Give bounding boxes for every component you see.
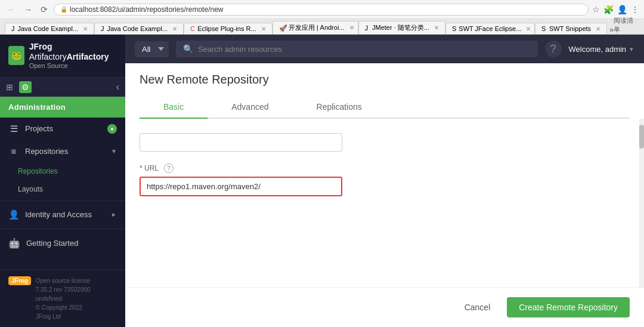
identity-icon: 👤: [8, 209, 19, 220]
tab-label-5: SWT JFace Eclipse...: [459, 25, 521, 32]
tab-bar: J Java Code Exampl... ✕ J Java Code Exam…: [0, 19, 644, 35]
url-label-text: * URL: [140, 164, 159, 172]
tab-navigation: Basic Advanced Replications: [140, 96, 630, 119]
identity-arrow: ►: [111, 211, 117, 218]
page-header: New Remote Repository Basic Advanced Rep…: [125, 63, 644, 119]
tab-label-4: JMeter · 随笔分类...: [372, 23, 429, 32]
tab-favicon-6: S: [541, 25, 547, 32]
tab-label-6: SWT Snippets: [549, 25, 591, 32]
projects-badge: ●: [107, 124, 117, 134]
admin-label: Administration: [8, 103, 66, 112]
tab-close-5[interactable]: ✕: [526, 26, 531, 32]
tabs-overflow[interactable]: »: [609, 25, 614, 34]
forward-button[interactable]: →: [21, 4, 35, 16]
tab-advanced[interactable]: Advanced: [208, 96, 292, 119]
browser-tab-5[interactable]: S SWT JFace Eclipse... ✕: [445, 23, 535, 34]
tab-basic[interactable]: Basic: [140, 96, 208, 119]
logo-title: JFrog ArtifactoryArtifactory: [29, 42, 117, 62]
search-icon: 🔍: [183, 44, 193, 54]
settings-icon[interactable]: ⚙: [19, 81, 32, 93]
logo-text-block: JFrog ArtifactoryArtifactory Open Source: [29, 42, 117, 70]
repositories-label: Repositories: [25, 147, 68, 156]
cancel-button[interactable]: Cancel: [455, 298, 500, 317]
browser-tab-6[interactable]: S SWT Snippets ✕: [535, 23, 607, 34]
tab-label-2: Eclipse Plug-ins R...: [197, 25, 256, 32]
sidebar-logo: 🐸 JFrog ArtifactoryArtifactory Open Sour…: [0, 35, 125, 78]
browser-tab-2[interactable]: C Eclipse Plug-ins R... ✕: [184, 23, 273, 34]
footer-logo: JFrog: [8, 276, 31, 285]
help-button[interactable]: ?: [545, 41, 562, 57]
tab-favicon-3: 🚀: [279, 24, 286, 32]
tab-replications[interactable]: Replications: [293, 96, 386, 119]
tab-favicon-4: J: [365, 24, 370, 32]
reload-button[interactable]: ⟳: [38, 4, 50, 16]
browser-tab-4[interactable]: J JMeter · 随笔分类... ✕: [358, 21, 445, 34]
sidebar-item-projects[interactable]: ☰ Projects ●: [0, 118, 125, 140]
main-panel: All 🔍 ? Welcome, admin ▼ New Remote Repo…: [125, 35, 644, 327]
tab-favicon-5: S: [452, 25, 456, 32]
lock-icon: 🔒: [60, 6, 67, 13]
scrollbar-thumb: [639, 125, 644, 149]
sidebar-collapse-button[interactable]: ‹: [116, 82, 119, 92]
menu-button[interactable]: ⋮: [631, 5, 639, 14]
tab-label-1: Java Code Exampl...: [107, 25, 168, 32]
repositories-icon: ≡: [8, 146, 19, 156]
tab-close-6[interactable]: ✕: [596, 26, 600, 32]
repo-key-input[interactable]: [140, 133, 342, 152]
user-menu[interactable]: Welcome, admin ▼: [569, 45, 634, 54]
sidebar-footer: JFrog Open source license 7.35.2 rev 735…: [0, 270, 125, 327]
browser-chrome: ← → ⟳ 🔒 localhost:8082/ui/admin/reposito…: [0, 0, 644, 19]
tab-close-1[interactable]: ✕: [172, 26, 177, 32]
browser-tab-1[interactable]: J Java Code Exampl... ✕: [94, 23, 184, 34]
search-bar: 🔍: [176, 41, 538, 57]
sidebar-divider-2: [0, 229, 125, 229]
admin-section: Administration: [0, 97, 125, 118]
identity-label: Identity and Access: [25, 210, 92, 219]
projects-icon: ☰: [8, 124, 19, 134]
url-help-icon[interactable]: ?: [164, 164, 174, 173]
browser-action-buttons: ☆ 🧩 👤 ⋮: [592, 5, 639, 14]
scope-select[interactable]: All: [135, 41, 169, 57]
getting-started-label: Getting Started: [26, 239, 78, 248]
logo-text: 🐸: [11, 51, 21, 60]
address-bar[interactable]: 🔒 localhost:8082/ui/admin/repositories/r…: [54, 4, 589, 16]
extensions-button[interactable]: 🧩: [603, 5, 614, 14]
form-area: * URL ?: [125, 119, 644, 287]
tab-close-0[interactable]: ✕: [83, 26, 88, 32]
tab-close-4[interactable]: ✕: [434, 24, 439, 31]
browser-tab-3[interactable]: 🚀 开发应用 | Androi... ✕: [273, 21, 358, 34]
logo-jfrog: JFrog: [29, 42, 52, 51]
logo-subtitle: Open Source: [29, 62, 117, 70]
url-label: * URL ?: [140, 164, 630, 173]
top-nav: All 🔍 ? Welcome, admin ▼: [125, 35, 644, 63]
tab-favicon-1: J: [101, 25, 105, 32]
search-input[interactable]: [198, 45, 531, 54]
tab-label-0: Java Code Exampl...: [18, 25, 79, 32]
page-title: New Remote Repository: [140, 73, 630, 87]
sidebar-submenu-layouts[interactable]: Layouts: [0, 180, 125, 198]
scrollbar[interactable]: [639, 119, 644, 287]
profile-button[interactable]: 👤: [617, 5, 627, 14]
sidebar-tool-icons: ⊞ ⚙: [6, 81, 32, 93]
main-content: New Remote Repository Basic Advanced Rep…: [125, 63, 644, 327]
tab-close-2[interactable]: ✕: [261, 26, 266, 32]
content-wrapper: New Remote Repository Basic Advanced Rep…: [125, 63, 644, 327]
back-button[interactable]: ←: [5, 4, 18, 16]
logo-app: Artifactory: [29, 52, 67, 61]
app-container: 🐸 JFrog ArtifactoryArtifactory Open Sour…: [0, 35, 644, 327]
repositories-arrow: ▼: [111, 148, 117, 155]
tab-close-3[interactable]: ✕: [349, 24, 354, 31]
footer-text: Open source license 7.35.2 rev 73502900 …: [36, 276, 91, 321]
star-button[interactable]: ☆: [592, 5, 600, 14]
grid-icon[interactable]: ⊞: [6, 82, 13, 92]
create-button[interactable]: Create Remote Repository: [507, 297, 630, 317]
sidebar-submenu-repositories[interactable]: Repositories: [0, 162, 125, 180]
sidebar-getting-started[interactable]: 🤖 Getting Started: [0, 232, 125, 255]
jfrog-logo-icon: 🐸: [8, 46, 24, 65]
reading-list[interactable]: 阅读清单: [614, 16, 639, 34]
sidebar-item-repositories[interactable]: ≡ Repositories ▼: [0, 140, 125, 162]
url-input[interactable]: [140, 177, 342, 196]
browser-tab-0[interactable]: J Java Code Exampl... ✕: [5, 23, 94, 34]
sidebar-item-identity[interactable]: 👤 Identity and Access ►: [0, 203, 125, 226]
form-footer: Cancel Create Remote Repository: [125, 287, 644, 327]
